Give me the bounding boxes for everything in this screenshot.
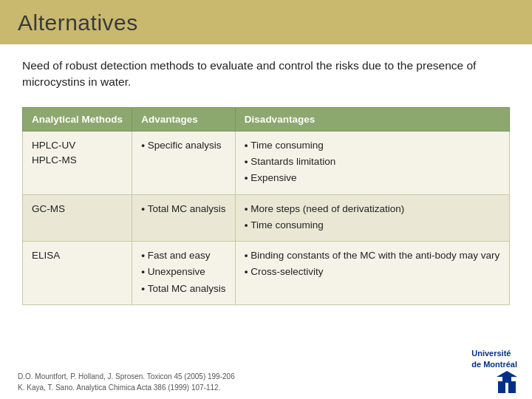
list-item: More steps (need of derivatization) (245, 202, 500, 216)
cell-advantages: Fast and easyUnexpensiveTotal MC analysi… (132, 242, 236, 305)
footer-line2: K. Kaya, T. Sano. Analytica Chimica Acta… (18, 382, 235, 393)
svg-marker-3 (497, 371, 517, 377)
methods-table: Analytical Methods Advantages Disadvanta… (22, 107, 510, 305)
list-item: Fast and easy (141, 248, 226, 263)
university-logo: Université de Montréal (471, 348, 517, 395)
table-header-row: Analytical Methods Advantages Disadvanta… (23, 107, 510, 131)
col-header-methods: Analytical Methods (23, 107, 132, 131)
col-header-disadvantages: Disadvantages (235, 107, 509, 131)
list-item: Time consuming (245, 218, 500, 233)
col-header-advantages: Advantages (132, 107, 236, 131)
footer-line1: D.O. Mountfort, P. Holland, J. Sprosen. … (18, 371, 235, 382)
list-item: Expensive (245, 171, 500, 185)
svg-rect-0 (498, 381, 505, 393)
cell-advantages: Specific analysis (132, 131, 236, 194)
cell-disadvantages: Time consumingStantards limitationExpens… (235, 131, 509, 194)
main-content: Need of robust detection methods to eval… (0, 44, 532, 313)
table-row: HPLC-UV HPLC-MSSpecific analysisTime con… (23, 131, 510, 194)
page-title: Alternatives (18, 10, 138, 35)
cell-method: GC-MS (23, 194, 132, 242)
list-item: Specific analysis (141, 138, 226, 153)
cell-disadvantages: Binding constants of the MC with the ant… (235, 242, 509, 305)
cell-method: ELISA (23, 242, 132, 305)
logo-icon (497, 371, 517, 395)
header-bar: Alternatives (0, 0, 532, 44)
list-item: Total MC analysis (141, 282, 226, 296)
list-item: Stantards limitation (245, 154, 500, 169)
intro-text: Need of robust detection methods to eval… (22, 58, 510, 91)
list-item: Unexpensive (141, 265, 226, 279)
logo-text: Université de Montréal (471, 348, 517, 369)
table-row: GC-MSTotal MC analysisMore steps (need o… (23, 194, 510, 242)
svg-rect-1 (508, 381, 516, 393)
list-item: Time consuming (245, 138, 500, 153)
cell-advantages: Total MC analysis (132, 194, 236, 242)
list-item: Cross-selectivity (245, 265, 500, 279)
table-row: ELISAFast and easyUnexpensiveTotal MC an… (23, 242, 510, 305)
list-item: Total MC analysis (141, 202, 226, 216)
list-item: Binding constants of the MC with the ant… (245, 248, 500, 263)
cell-method: HPLC-UV HPLC-MS (23, 131, 132, 194)
cell-disadvantages: More steps (need of derivatization)Time … (235, 194, 509, 242)
footer: D.O. Mountfort, P. Holland, J. Sprosen. … (18, 371, 235, 393)
